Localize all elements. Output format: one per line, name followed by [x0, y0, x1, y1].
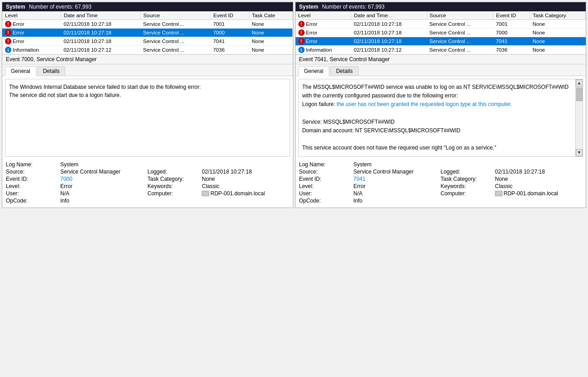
left-event-meta: Log Name: System Source: Service Control… [2, 160, 293, 208]
left-col-taskcate: Task Cate [249, 11, 292, 20]
left-meta-logged-value: 02/11/2018 10:27:18 [202, 169, 289, 175]
table-row[interactable]: !Error02/11/2018 10:27:18Service Control… [296, 37, 586, 46]
right-tab-general[interactable]: General [298, 66, 330, 76]
right-meta-source-value: Service Control Manager [354, 169, 441, 175]
table-row[interactable]: !Error02/11/2018 10:27:18Service Control… [2, 37, 292, 46]
error-icon: ! [298, 21, 305, 27]
right-tab-details[interactable]: Details [330, 66, 359, 76]
right-event-title: Event 7041, Service Control Manager [296, 54, 586, 64]
right-panel: System Number of events: 67,993 Level Da… [295, 2, 587, 208]
right-event-meta: Log Name: System Source: Service Control… [296, 160, 586, 208]
left-col-eventid: Event ID [210, 11, 249, 20]
left-meta-eventid-label: Event ID: [6, 176, 60, 182]
left-meta-logname-label: Log Name: [6, 161, 60, 168]
error-icon: ! [5, 21, 11, 27]
table-row[interactable]: iInformation02/11/2018 10:27:12Service C… [296, 46, 586, 54]
left-desc-line2: The service did not start due to a logon… [9, 92, 121, 98]
scrollbar-thumb[interactable] [576, 87, 583, 101]
taskcategory-cell: None [530, 37, 586, 46]
source-cell: Service Control ... [141, 29, 210, 37]
right-table-header-row: Level Date and Time Source Event ID Task… [296, 11, 586, 20]
table-row[interactable]: !Error02/11/2018 10:27:18Service Control… [2, 20, 292, 29]
right-meta-opcode-label: OpCode: [299, 198, 354, 204]
left-meta-opcode-label: OpCode: [6, 198, 60, 204]
error-icon: ! [5, 38, 11, 44]
left-meta-opcode-value: Info [60, 198, 147, 204]
table-row[interactable]: !Error02/11/2018 10:27:18Service Control… [2, 29, 292, 37]
right-meta-logname-value: System [354, 161, 441, 168]
right-meta-keywords-label: Keywords: [441, 183, 495, 189]
eventid-cell: 7001 [210, 20, 249, 29]
right-meta-logname-label: Log Name: [299, 161, 354, 168]
datetime-cell: 02/11/2018 10:27:18 [351, 20, 427, 29]
left-meta-taskcategory-label: Task Category: [147, 176, 202, 182]
taskcategory-cell: None [530, 29, 586, 37]
left-col-level: Level [2, 11, 61, 20]
left-meta-computer-label: Computer: [147, 190, 202, 197]
left-col-source: Source [141, 11, 210, 20]
left-meta-user-label: User: [6, 190, 60, 197]
datetime-cell: 02/11/2018 10:27:12 [351, 46, 427, 54]
source-cell: Service Control ... [427, 29, 493, 37]
left-meta-level-label: Level: [6, 183, 60, 189]
left-meta-user-value: N/A [60, 190, 147, 197]
left-meta-keywords-value: Classic [202, 183, 289, 189]
source-cell: Service Control ... [427, 20, 493, 29]
eventid-cell: 7041 [210, 37, 249, 46]
taskcategory-cell: None [530, 46, 586, 54]
right-meta-level-value: Error [354, 183, 441, 189]
computer-icon-right [495, 191, 502, 196]
left-meta-keywords-label: Keywords: [147, 183, 202, 189]
level-cell: !Error [296, 29, 351, 37]
left-meta-taskcategory-value: None [202, 176, 289, 182]
left-panel-event-count: Number of events: 67,993 [29, 4, 92, 10]
taskcategory-cell: None [249, 29, 292, 37]
info-icon: i [298, 47, 305, 53]
table-row[interactable]: !Error02/11/2018 10:27:18Service Control… [296, 20, 586, 29]
right-col-level: Level [296, 11, 351, 20]
table-row[interactable]: iInformation02/11/2018 10:27:12Service C… [2, 46, 292, 54]
level-cell: !Error [2, 37, 61, 46]
left-event-title: Event 7000, Service Control Manager [2, 54, 293, 64]
left-panel-header: System Number of events: 67,993 [2, 2, 293, 11]
datetime-cell: 02/11/2018 10:27:18 [351, 37, 427, 46]
eventid-cell: 7041 [493, 37, 530, 46]
scrollbar-up-btn[interactable]: ▲ [576, 79, 583, 87]
taskcategory-cell: None [530, 20, 586, 29]
level-cell: iInformation [296, 46, 351, 54]
right-event-description: The MSSQL$MICROSOFT##WID service was una… [299, 79, 576, 156]
right-col-source: Source [427, 11, 493, 20]
eventid-cell: 7001 [493, 20, 530, 29]
right-meta-eventid-label: Event ID: [299, 176, 354, 182]
table-row[interactable]: !Error02/11/2018 10:27:18Service Control… [296, 29, 586, 37]
computer-icon-left [202, 191, 209, 196]
scrollbar-down-btn[interactable]: ▼ [576, 149, 583, 156]
right-meta-opcode-value: Info [354, 198, 441, 204]
right-col-eventid: Event ID [493, 11, 530, 20]
right-desc-line2: Logon failure: the user has not been gra… [302, 101, 512, 107]
left-meta-source-label: Source: [6, 169, 60, 175]
right-event-table-container: Level Date and Time Source Event ID Task… [296, 11, 586, 54]
left-meta-source-value: Service Control Manager [60, 169, 147, 175]
right-desc-line5: This service account does not have the r… [302, 145, 496, 151]
eventid-cell: 7036 [493, 46, 530, 54]
right-panel-event-count: Number of events: 67,993 [322, 4, 384, 10]
left-meta-level-value: Error [60, 183, 147, 189]
right-meta-user-label: User: [299, 190, 354, 197]
left-tab-details[interactable]: Details [37, 66, 66, 76]
eventid-cell: 7000 [493, 29, 530, 37]
left-event-table: Level Date and Time Source Event ID Task… [2, 11, 293, 54]
level-cell: !Error [2, 20, 61, 29]
level-cell: iInformation [2, 46, 61, 54]
datetime-cell: 02/11/2018 10:27:18 [61, 29, 140, 37]
right-col-datetime: Date and Time [351, 11, 427, 20]
left-tab-general[interactable]: General [5, 66, 36, 76]
level-cell: !Error [296, 20, 351, 29]
level-cell: !Error [2, 29, 61, 37]
datetime-cell: 02/11/2018 10:27:18 [351, 29, 427, 37]
right-meta-computer-label: Computer: [441, 190, 495, 197]
right-panel-header: System Number of events: 67,993 [296, 2, 586, 11]
left-table-header-row: Level Date and Time Source Event ID Task… [2, 11, 292, 20]
right-event-description-area: The MSSQL$MICROSOFT##WID service was una… [298, 79, 583, 157]
left-meta-computer-value: RDP-001.domain.local [202, 190, 289, 197]
